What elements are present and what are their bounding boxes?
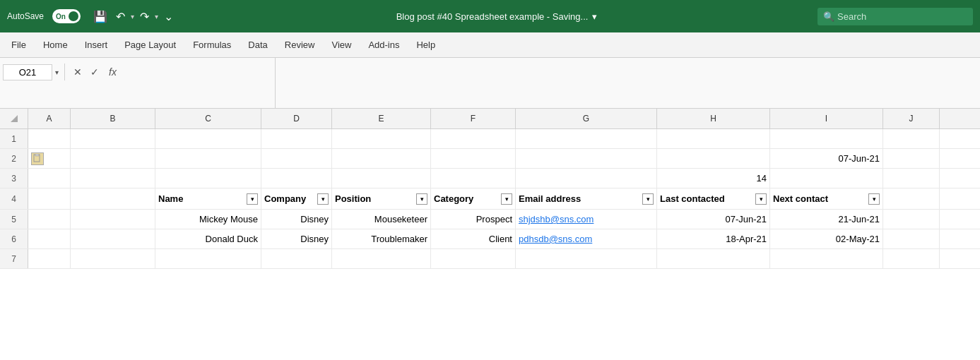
cell-a3[interactable]	[28, 169, 71, 188]
cell-e4[interactable]: Position ▾	[332, 188, 431, 209]
cell-h1[interactable]	[657, 129, 770, 148]
cell-i3[interactable]	[770, 169, 883, 188]
col-header-c[interactable]: C	[155, 109, 261, 128]
cell-e2[interactable]	[332, 149, 431, 168]
cell-e1[interactable]	[332, 129, 431, 148]
corner-cell[interactable]	[0, 109, 28, 128]
filter-category-button[interactable]: ▾	[501, 193, 512, 205]
filter-position-button[interactable]: ▾	[416, 193, 427, 205]
cell-i6[interactable]: 02-May-21	[770, 229, 883, 248]
cell-reference-box[interactable]	[3, 64, 52, 80]
col-header-f[interactable]: F	[431, 109, 516, 128]
cell-a4[interactable]	[28, 188, 71, 209]
title-dropdown-icon[interactable]: ▾	[592, 11, 597, 22]
cell-h7[interactable]	[657, 249, 770, 268]
confirm-icon[interactable]: ✓	[88, 66, 102, 78]
cell-d7[interactable]	[261, 249, 332, 268]
cell-d5[interactable]: Disney	[261, 210, 332, 229]
cell-g6[interactable]: pdhsdb@sns.com	[516, 229, 657, 248]
cell-b1[interactable]	[71, 129, 155, 148]
menu-formulas[interactable]: Formulas	[184, 35, 240, 54]
cell-a5[interactable]	[28, 210, 71, 229]
cell-f5[interactable]: Prospect	[431, 210, 516, 229]
cell-i2[interactable]: 07-Jun-21	[770, 149, 883, 168]
cell-c2[interactable]	[155, 149, 261, 168]
cell-j5[interactable]	[883, 210, 940, 229]
menu-insert[interactable]: Insert	[76, 35, 117, 54]
redo-dropdown-icon[interactable]: ▾	[155, 13, 158, 20]
cell-b5[interactable]	[71, 210, 155, 229]
cell-h6[interactable]: 18-Apr-21	[657, 229, 770, 248]
cell-b4[interactable]	[71, 188, 155, 209]
filter-next-contact-button[interactable]: ▾	[868, 193, 880, 205]
cell-g5[interactable]: shjdshb@sns.com	[516, 210, 657, 229]
fx-label[interactable]: fx	[105, 66, 121, 78]
paste-icon[interactable]	[31, 152, 44, 165]
cell-i5[interactable]: 21-Jun-21	[770, 210, 883, 229]
cell-g2[interactable]	[516, 149, 657, 168]
cell-c6[interactable]: Donald Duck	[155, 229, 261, 248]
cell-a1[interactable]	[28, 129, 71, 148]
menu-review[interactable]: Review	[276, 35, 324, 54]
cell-j4[interactable]	[883, 188, 940, 209]
cell-c7[interactable]	[155, 249, 261, 268]
col-header-j[interactable]: J	[883, 109, 940, 128]
cell-i4[interactable]: Next contact ▾	[770, 188, 883, 209]
row-num-2[interactable]: 2	[0, 149, 28, 168]
cell-b7[interactable]	[71, 249, 155, 268]
col-header-h[interactable]: H	[657, 109, 770, 128]
col-header-d[interactable]: D	[261, 109, 332, 128]
cell-g1[interactable]	[516, 129, 657, 148]
cell-c4[interactable]: Name ▾	[155, 188, 261, 209]
cell-j6[interactable]	[883, 229, 940, 248]
cell-d4[interactable]: Company ▾	[261, 188, 332, 209]
cell-b6[interactable]	[71, 229, 155, 248]
menu-addins[interactable]: Add-ins	[360, 35, 408, 54]
cell-j2[interactable]	[883, 149, 940, 168]
cell-c1[interactable]	[155, 129, 261, 148]
cell-j7[interactable]	[883, 249, 940, 268]
row-num-7[interactable]: 7	[0, 249, 28, 268]
undo-icon[interactable]: ↶	[113, 8, 128, 25]
filter-company-button[interactable]: ▾	[317, 193, 329, 205]
row-num-3[interactable]: 3	[0, 169, 28, 188]
cell-b2[interactable]	[71, 149, 155, 168]
cell-i7[interactable]	[770, 249, 883, 268]
menu-home[interactable]: Home	[35, 35, 76, 54]
cell-e5[interactable]: Mouseketeer	[332, 210, 431, 229]
name-box-dropdown-icon[interactable]: ▾	[55, 68, 59, 76]
menu-page-layout[interactable]: Page Layout	[116, 35, 184, 54]
cell-e3[interactable]	[332, 169, 431, 188]
cell-f7[interactable]	[431, 249, 516, 268]
cell-h2[interactable]	[657, 149, 770, 168]
cell-h3[interactable]: 14	[657, 169, 770, 188]
row-num-5[interactable]: 5	[0, 210, 28, 229]
row-num-1[interactable]: 1	[0, 129, 28, 148]
cell-a6[interactable]	[28, 229, 71, 248]
cell-h4[interactable]: Last contacted ▾	[657, 188, 770, 209]
filter-name-button[interactable]: ▾	[247, 193, 258, 205]
col-header-a[interactable]: A	[28, 109, 71, 128]
undo-dropdown-icon[interactable]: ▾	[131, 13, 134, 20]
menu-file[interactable]: File	[3, 35, 35, 54]
cell-i1[interactable]	[770, 129, 883, 148]
cell-d3[interactable]	[261, 169, 332, 188]
cell-d2[interactable]	[261, 149, 332, 168]
cell-j1[interactable]	[883, 129, 940, 148]
cell-d6[interactable]: Disney	[261, 229, 332, 248]
cell-g3[interactable]	[516, 169, 657, 188]
redo-icon[interactable]: ↷	[137, 8, 152, 25]
save-icon[interactable]: 💾	[90, 8, 110, 25]
col-header-i[interactable]: I	[770, 109, 883, 128]
menu-view[interactable]: View	[323, 35, 360, 54]
cell-a7[interactable]	[28, 249, 71, 268]
autosave-toggle[interactable]: On	[52, 9, 81, 23]
cell-g4[interactable]: Email address ▾	[516, 188, 657, 209]
menu-data[interactable]: Data	[240, 35, 276, 54]
cell-f4[interactable]: Category ▾	[431, 188, 516, 209]
filter-email-button[interactable]: ▾	[642, 193, 654, 205]
cell-e6[interactable]: Troublemaker	[332, 229, 431, 248]
cell-e7[interactable]	[332, 249, 431, 268]
cell-b3[interactable]	[71, 169, 155, 188]
cell-h5[interactable]: 07-Jun-21	[657, 210, 770, 229]
